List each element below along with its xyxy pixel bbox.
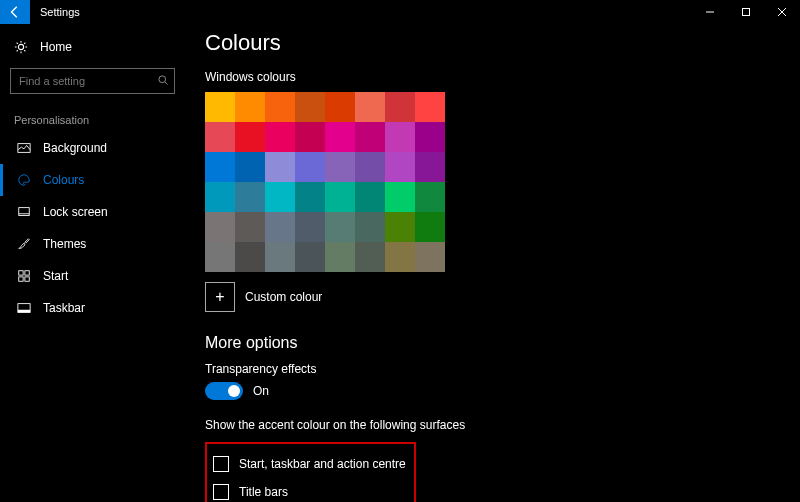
colour-swatch[interactable] (235, 92, 265, 122)
svg-rect-9 (25, 271, 29, 275)
custom-colour-label: Custom colour (245, 290, 322, 304)
checkbox-icon (213, 456, 229, 472)
minimize-button[interactable] (692, 0, 728, 24)
colour-swatch[interactable] (235, 212, 265, 242)
svg-rect-1 (743, 9, 750, 16)
accent-surfaces-label: Show the accent colour on the following … (205, 418, 780, 432)
close-button[interactable] (764, 0, 800, 24)
colour-swatch[interactable] (415, 242, 445, 272)
sidebar-item-taskbar[interactable]: Taskbar (0, 292, 185, 324)
colour-swatch[interactable] (355, 242, 385, 272)
sidebar-item-lock-screen[interactable]: Lock screen (0, 196, 185, 228)
window-title: Settings (30, 6, 692, 18)
colour-swatch[interactable] (265, 242, 295, 272)
sidebar-item-background[interactable]: Background (0, 132, 185, 164)
custom-colour-button[interactable]: + Custom colour (205, 282, 780, 312)
colour-swatch[interactable] (385, 212, 415, 242)
arrow-left-icon (8, 5, 22, 19)
sidebar-item-label: Start (43, 269, 68, 283)
colour-swatch[interactable] (355, 212, 385, 242)
page-title: Colours (205, 30, 780, 56)
colour-swatch[interactable] (385, 92, 415, 122)
svg-rect-10 (19, 277, 23, 281)
checkbox-icon (213, 484, 229, 500)
colour-swatch[interactable] (205, 152, 235, 182)
windows-colours-label: Windows colours (205, 70, 780, 84)
transparency-toggle[interactable] (205, 382, 243, 400)
colour-swatch[interactable] (295, 92, 325, 122)
colour-swatch[interactable] (265, 182, 295, 212)
sidebar: Home Personalisation Background Colours … (0, 24, 185, 502)
colour-swatch[interactable] (325, 92, 355, 122)
transparency-state: On (253, 384, 269, 398)
colour-swatch[interactable] (415, 92, 445, 122)
sidebar-home[interactable]: Home (0, 32, 185, 62)
colour-swatch[interactable] (385, 152, 415, 182)
colour-swatch[interactable] (235, 122, 265, 152)
gear-icon (14, 40, 28, 54)
sidebar-item-label: Lock screen (43, 205, 108, 219)
checkbox-title-bars[interactable]: Title bars (213, 478, 406, 502)
colour-swatch[interactable] (355, 122, 385, 152)
colour-swatch[interactable] (325, 182, 355, 212)
sidebar-item-themes[interactable]: Themes (0, 228, 185, 260)
colour-swatch[interactable] (325, 242, 355, 272)
colour-swatch[interactable] (205, 212, 235, 242)
brush-icon (17, 237, 31, 251)
maximize-button[interactable] (728, 0, 764, 24)
colour-swatch[interactable] (415, 122, 445, 152)
colour-swatch[interactable] (295, 242, 325, 272)
checkbox-start-taskbar[interactable]: Start, taskbar and action centre (213, 450, 406, 478)
maximize-icon (741, 7, 751, 17)
sidebar-item-label: Background (43, 141, 107, 155)
colour-swatch[interactable] (205, 92, 235, 122)
svg-line-4 (165, 82, 168, 85)
colour-swatch[interactable] (385, 182, 415, 212)
colour-swatch[interactable] (265, 152, 295, 182)
sidebar-item-start[interactable]: Start (0, 260, 185, 292)
colour-swatch[interactable] (205, 242, 235, 272)
colour-swatch[interactable] (325, 122, 355, 152)
sidebar-item-label: Themes (43, 237, 86, 251)
close-icon (777, 7, 787, 17)
colour-swatch[interactable] (325, 212, 355, 242)
svg-rect-11 (25, 277, 29, 281)
svg-point-3 (159, 76, 166, 83)
sidebar-item-label: Taskbar (43, 301, 85, 315)
colour-swatch[interactable] (265, 212, 295, 242)
svg-point-2 (18, 44, 23, 49)
colour-swatch[interactable] (385, 242, 415, 272)
toggle-knob (228, 385, 240, 397)
colour-swatch[interactable] (415, 212, 445, 242)
colour-swatch[interactable] (355, 152, 385, 182)
checkbox-label: Start, taskbar and action centre (239, 457, 406, 471)
window-controls (692, 0, 800, 24)
colour-swatch[interactable] (355, 92, 385, 122)
colour-swatch[interactable] (295, 122, 325, 152)
colour-swatch[interactable] (295, 212, 325, 242)
sidebar-item-colours[interactable]: Colours (0, 164, 185, 196)
colour-swatch[interactable] (325, 152, 355, 182)
main-content: Colours Windows colours + Custom colour … (185, 24, 800, 502)
search-input[interactable] (10, 68, 175, 94)
colour-swatch[interactable] (415, 152, 445, 182)
colour-swatch[interactable] (385, 122, 415, 152)
minimize-icon (705, 7, 715, 17)
colour-swatch[interactable] (235, 242, 265, 272)
back-button[interactable] (0, 0, 30, 24)
svg-rect-13 (18, 310, 30, 313)
colour-swatch[interactable] (415, 182, 445, 212)
colour-swatch[interactable] (265, 122, 295, 152)
sidebar-group-label: Personalisation (0, 100, 185, 132)
colour-swatch[interactable] (355, 182, 385, 212)
colour-swatch[interactable] (205, 122, 235, 152)
colour-swatch[interactable] (235, 152, 265, 182)
colour-swatch[interactable] (235, 182, 265, 212)
colour-swatch[interactable] (295, 182, 325, 212)
palette-icon (17, 173, 31, 187)
colour-swatch[interactable] (295, 152, 325, 182)
lockscreen-icon (17, 205, 31, 219)
colour-swatch[interactable] (205, 182, 235, 212)
colour-swatch[interactable] (265, 92, 295, 122)
sidebar-home-label: Home (40, 40, 72, 54)
